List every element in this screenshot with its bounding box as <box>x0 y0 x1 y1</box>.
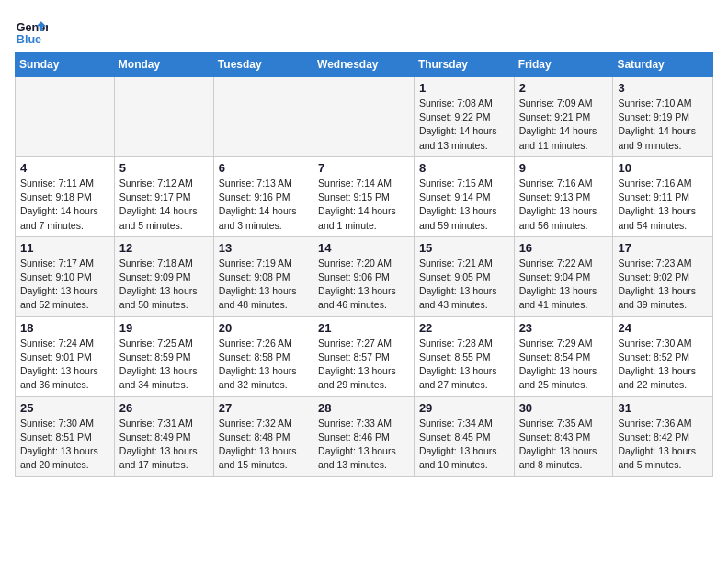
calendar-body: 1Sunrise: 7:08 AM Sunset: 9:22 PM Daylig… <box>16 77 713 477</box>
header-cell-monday: Monday <box>114 52 213 77</box>
calendar-week-4: 18Sunrise: 7:24 AM Sunset: 9:01 PM Dayli… <box>16 316 713 396</box>
day-number: 26 <box>119 401 209 415</box>
day-number: 6 <box>219 161 308 175</box>
calendar-cell: 22Sunrise: 7:28 AM Sunset: 8:55 PM Dayli… <box>414 316 514 396</box>
calendar-header: SundayMondayTuesdayWednesdayThursdayFrid… <box>16 52 713 77</box>
calendar-cell: 20Sunrise: 7:26 AM Sunset: 8:58 PM Dayli… <box>213 316 313 396</box>
day-number: 8 <box>419 161 509 175</box>
header-cell-friday: Friday <box>514 52 613 77</box>
day-info: Sunrise: 7:25 AM Sunset: 8:59 PM Dayligh… <box>119 337 209 393</box>
day-number: 2 <box>519 81 609 95</box>
day-number: 24 <box>618 321 708 335</box>
day-info: Sunrise: 7:34 AM Sunset: 8:45 PM Dayligh… <box>419 417 509 473</box>
calendar-cell: 19Sunrise: 7:25 AM Sunset: 8:59 PM Dayli… <box>114 316 213 396</box>
day-info: Sunrise: 7:11 AM Sunset: 9:18 PM Dayligh… <box>20 177 109 233</box>
day-number: 1 <box>419 81 509 95</box>
calendar-cell: 15Sunrise: 7:21 AM Sunset: 9:05 PM Dayli… <box>414 236 514 316</box>
day-info: Sunrise: 7:27 AM Sunset: 8:57 PM Dayligh… <box>318 337 409 393</box>
day-info: Sunrise: 7:35 AM Sunset: 8:43 PM Dayligh… <box>519 417 609 473</box>
day-number: 10 <box>618 161 708 175</box>
calendar-cell: 6Sunrise: 7:13 AM Sunset: 9:16 PM Daylig… <box>213 156 313 236</box>
calendar-cell: 27Sunrise: 7:32 AM Sunset: 8:48 PM Dayli… <box>213 396 313 477</box>
calendar-cell: 21Sunrise: 7:27 AM Sunset: 8:57 PM Dayli… <box>313 316 415 396</box>
day-number: 23 <box>519 321 609 335</box>
calendar-cell <box>213 77 313 157</box>
calendar-cell: 8Sunrise: 7:15 AM Sunset: 9:14 PM Daylig… <box>414 156 514 236</box>
calendar-cell: 25Sunrise: 7:30 AM Sunset: 8:51 PM Dayli… <box>16 396 115 477</box>
day-info: Sunrise: 7:33 AM Sunset: 8:46 PM Dayligh… <box>318 417 409 473</box>
logo-icon: General Blue <box>15 15 48 48</box>
day-number: 15 <box>419 241 509 255</box>
calendar-cell: 3Sunrise: 7:10 AM Sunset: 9:19 PM Daylig… <box>613 77 713 157</box>
day-info: Sunrise: 7:23 AM Sunset: 9:02 PM Dayligh… <box>618 257 708 313</box>
calendar-cell: 28Sunrise: 7:33 AM Sunset: 8:46 PM Dayli… <box>313 396 415 477</box>
day-number: 9 <box>519 161 609 175</box>
header-cell-tuesday: Tuesday <box>213 52 313 77</box>
calendar-table: SundayMondayTuesdayWednesdayThursdayFrid… <box>15 52 713 477</box>
calendar-cell: 7Sunrise: 7:14 AM Sunset: 9:15 PM Daylig… <box>313 156 415 236</box>
day-info: Sunrise: 7:16 AM Sunset: 9:13 PM Dayligh… <box>519 177 609 233</box>
day-info: Sunrise: 7:26 AM Sunset: 8:58 PM Dayligh… <box>219 337 308 393</box>
day-info: Sunrise: 7:30 AM Sunset: 8:51 PM Dayligh… <box>20 417 109 473</box>
day-info: Sunrise: 7:16 AM Sunset: 9:11 PM Dayligh… <box>618 177 708 233</box>
day-number: 29 <box>419 401 509 415</box>
header-cell-saturday: Saturday <box>613 52 713 77</box>
day-number: 19 <box>119 321 209 335</box>
day-number: 22 <box>419 321 509 335</box>
calendar-cell: 31Sunrise: 7:36 AM Sunset: 8:42 PM Dayli… <box>613 396 713 477</box>
page-header: General Blue <box>15 15 713 48</box>
calendar-cell: 5Sunrise: 7:12 AM Sunset: 9:17 PM Daylig… <box>114 156 213 236</box>
day-info: Sunrise: 7:30 AM Sunset: 8:52 PM Dayligh… <box>618 337 708 393</box>
header-cell-thursday: Thursday <box>414 52 514 77</box>
day-number: 14 <box>318 241 409 255</box>
day-number: 31 <box>618 401 708 415</box>
calendar-week-1: 1Sunrise: 7:08 AM Sunset: 9:22 PM Daylig… <box>16 77 713 157</box>
day-number: 5 <box>119 161 209 175</box>
calendar-cell: 4Sunrise: 7:11 AM Sunset: 9:18 PM Daylig… <box>16 156 115 236</box>
day-info: Sunrise: 7:08 AM Sunset: 9:22 PM Dayligh… <box>419 97 509 153</box>
day-number: 12 <box>119 241 209 255</box>
day-info: Sunrise: 7:21 AM Sunset: 9:05 PM Dayligh… <box>419 257 509 313</box>
calendar-cell: 16Sunrise: 7:22 AM Sunset: 9:04 PM Dayli… <box>514 236 613 316</box>
calendar-cell: 24Sunrise: 7:30 AM Sunset: 8:52 PM Dayli… <box>613 316 713 396</box>
day-info: Sunrise: 7:19 AM Sunset: 9:08 PM Dayligh… <box>219 257 308 313</box>
calendar-cell: 10Sunrise: 7:16 AM Sunset: 9:11 PM Dayli… <box>613 156 713 236</box>
calendar-cell: 17Sunrise: 7:23 AM Sunset: 9:02 PM Dayli… <box>613 236 713 316</box>
day-info: Sunrise: 7:13 AM Sunset: 9:16 PM Dayligh… <box>219 177 308 233</box>
day-info: Sunrise: 7:20 AM Sunset: 9:06 PM Dayligh… <box>318 257 409 313</box>
header-cell-wednesday: Wednesday <box>313 52 415 77</box>
day-number: 21 <box>318 321 409 335</box>
day-number: 13 <box>219 241 308 255</box>
calendar-cell: 9Sunrise: 7:16 AM Sunset: 9:13 PM Daylig… <box>514 156 613 236</box>
calendar-cell: 26Sunrise: 7:31 AM Sunset: 8:49 PM Dayli… <box>114 396 213 477</box>
day-number: 20 <box>219 321 308 335</box>
day-info: Sunrise: 7:32 AM Sunset: 8:48 PM Dayligh… <box>219 417 308 473</box>
calendar-cell: 11Sunrise: 7:17 AM Sunset: 9:10 PM Dayli… <box>16 236 115 316</box>
calendar-cell: 18Sunrise: 7:24 AM Sunset: 9:01 PM Dayli… <box>16 316 115 396</box>
calendar-cell: 2Sunrise: 7:09 AM Sunset: 9:21 PM Daylig… <box>514 77 613 157</box>
day-info: Sunrise: 7:22 AM Sunset: 9:04 PM Dayligh… <box>519 257 609 313</box>
calendar-cell: 14Sunrise: 7:20 AM Sunset: 9:06 PM Dayli… <box>313 236 415 316</box>
header-cell-sunday: Sunday <box>16 52 115 77</box>
day-info: Sunrise: 7:28 AM Sunset: 8:55 PM Dayligh… <box>419 337 509 393</box>
day-number: 4 <box>20 161 109 175</box>
calendar-cell: 29Sunrise: 7:34 AM Sunset: 8:45 PM Dayli… <box>414 396 514 477</box>
day-number: 7 <box>318 161 409 175</box>
calendar-cell <box>16 77 115 157</box>
day-info: Sunrise: 7:17 AM Sunset: 9:10 PM Dayligh… <box>20 257 109 313</box>
calendar-cell: 13Sunrise: 7:19 AM Sunset: 9:08 PM Dayli… <box>213 236 313 316</box>
day-number: 3 <box>618 81 708 95</box>
day-info: Sunrise: 7:36 AM Sunset: 8:42 PM Dayligh… <box>618 417 708 473</box>
calendar-cell <box>114 77 213 157</box>
calendar-cell: 12Sunrise: 7:18 AM Sunset: 9:09 PM Dayli… <box>114 236 213 316</box>
svg-text:Blue: Blue <box>17 33 41 46</box>
day-info: Sunrise: 7:14 AM Sunset: 9:15 PM Dayligh… <box>318 177 409 233</box>
calendar-cell <box>313 77 415 157</box>
calendar-week-3: 11Sunrise: 7:17 AM Sunset: 9:10 PM Dayli… <box>16 236 713 316</box>
day-number: 28 <box>318 401 409 415</box>
day-number: 18 <box>20 321 109 335</box>
header-row: SundayMondayTuesdayWednesdayThursdayFrid… <box>16 52 713 77</box>
day-info: Sunrise: 7:18 AM Sunset: 9:09 PM Dayligh… <box>119 257 209 313</box>
day-number: 17 <box>618 241 708 255</box>
calendar-cell: 30Sunrise: 7:35 AM Sunset: 8:43 PM Dayli… <box>514 396 613 477</box>
